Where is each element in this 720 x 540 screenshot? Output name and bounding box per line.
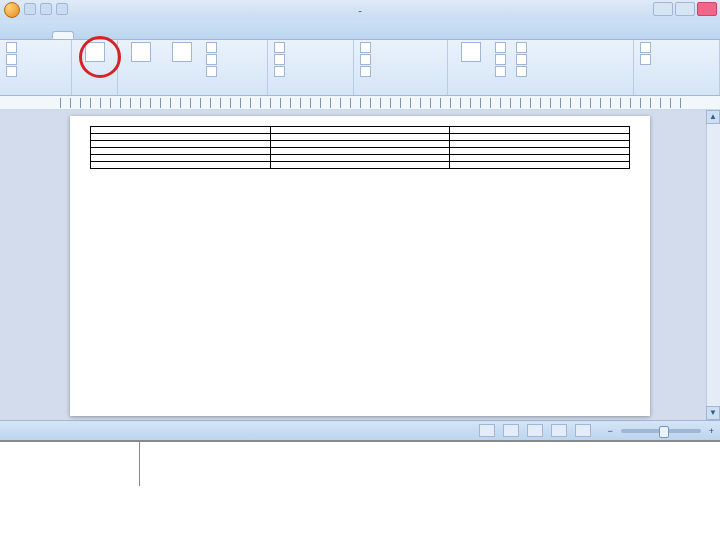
view-print-layout-button[interactable] (479, 424, 495, 437)
picture-icon (131, 42, 151, 62)
view-draft-button[interactable] (575, 424, 591, 437)
zoom-slider[interactable] (621, 429, 701, 433)
altbilgi-button[interactable] (358, 54, 443, 65)
header-icon (360, 42, 371, 53)
table-row (91, 155, 630, 162)
tab-ekle[interactable] (52, 31, 74, 39)
vertical-scrollbar[interactable] (706, 110, 720, 420)
table-row (91, 148, 630, 155)
bookmark-icon (274, 54, 285, 65)
scroll-up-button[interactable]: ▲ (706, 110, 720, 124)
group-simgeler (634, 40, 720, 95)
group-label-cizimler (122, 94, 263, 95)
table-icon (85, 42, 105, 62)
caption-box-text (140, 442, 720, 486)
qat-save-icon[interactable] (24, 3, 36, 15)
metin-kutusu-button[interactable] (452, 42, 490, 63)
quickparts-icon (495, 42, 506, 53)
group-label-sayfalar (4, 94, 67, 95)
wordart-icon (495, 54, 506, 65)
table-row (91, 141, 630, 148)
chart-icon (206, 66, 217, 77)
tarih-saat-button[interactable] (514, 54, 532, 65)
group-label-ustalt (358, 94, 443, 95)
page-break-icon (6, 66, 17, 77)
table-header[interactable] (450, 127, 630, 134)
tablo-button[interactable] (76, 42, 113, 63)
caption-box-title (0, 442, 140, 486)
minimize-button[interactable] (653, 2, 673, 16)
signature-icon (516, 42, 527, 53)
qat-redo-icon[interactable] (56, 3, 68, 15)
table-header[interactable] (270, 127, 450, 134)
clipart-icon (172, 42, 192, 62)
ustbilgi-button[interactable] (358, 42, 443, 53)
slide-title-row (0, 486, 720, 540)
hizli-parcalar-button[interactable] (493, 42, 511, 53)
window-controls (653, 2, 717, 16)
footer-icon (360, 54, 371, 65)
group-baglantilar (268, 40, 354, 95)
slide-caption-row (0, 440, 720, 486)
sayfa-sonu-button[interactable] (4, 66, 67, 77)
imza-satiri-button[interactable] (514, 42, 532, 53)
tab-sayfa-duzeni[interactable] (76, 33, 96, 39)
status-bar: − + (0, 420, 720, 440)
baslangici-buyut-button[interactable] (493, 66, 511, 77)
group-ustalt (354, 40, 448, 95)
title-bar: - (0, 0, 720, 20)
student-table[interactable] (90, 126, 630, 169)
kucuk-resim-button[interactable] (163, 42, 201, 63)
group-cizimler (118, 40, 268, 95)
zoom-in-button[interactable]: + (709, 426, 714, 436)
maximize-button[interactable] (675, 2, 695, 16)
view-web-layout-button[interactable] (527, 424, 543, 437)
close-button[interactable] (697, 2, 717, 16)
denklem-button[interactable] (638, 42, 715, 53)
capraz-basvuru-button[interactable] (272, 66, 349, 77)
smartart-button[interactable] (204, 54, 222, 65)
page[interactable] (70, 116, 650, 416)
textbox-icon (461, 42, 481, 62)
resim-button[interactable] (122, 42, 160, 63)
kapak-sayfasi-button[interactable] (4, 42, 67, 53)
pagenum-icon (360, 66, 371, 77)
tab-gorunum[interactable] (164, 33, 184, 39)
nesne-button[interactable] (514, 66, 532, 77)
dropcap-icon (495, 66, 506, 77)
office-button[interactable] (4, 2, 20, 18)
document-area: ▲ ▼ (0, 110, 720, 420)
tab-postalar[interactable] (120, 33, 140, 39)
sekiller-button[interactable] (204, 42, 222, 53)
wordart-button[interactable] (493, 54, 511, 65)
sayfa-numarasi-button[interactable] (358, 66, 443, 77)
tab-basvurular[interactable] (98, 33, 118, 39)
tab-gozden-gecir[interactable] (142, 33, 162, 39)
crossref-icon (274, 66, 285, 77)
kopru-button[interactable] (272, 42, 349, 53)
group-label-metin (452, 94, 629, 95)
group-metin (448, 40, 634, 95)
shapes-icon (206, 42, 217, 53)
table-row (91, 134, 630, 141)
symbol-icon (640, 54, 651, 65)
bos-sayfa-button[interactable] (4, 54, 67, 65)
zoom-out-button[interactable]: − (607, 426, 612, 436)
simge-button[interactable] (638, 54, 715, 65)
hyperlink-icon (274, 42, 285, 53)
ribbon (0, 40, 720, 96)
view-full-screen-button[interactable] (503, 424, 519, 437)
horizontal-ruler[interactable] (0, 96, 720, 110)
tab-giris[interactable] (30, 33, 50, 39)
grafik-button[interactable] (204, 66, 222, 77)
group-tablolar (72, 40, 118, 95)
equation-icon (640, 42, 651, 53)
table-header-row (91, 127, 630, 134)
yer-isareti-button[interactable] (272, 54, 349, 65)
qat-undo-icon[interactable] (40, 3, 52, 15)
quick-access-toolbar (24, 3, 68, 15)
scroll-down-button[interactable]: ▼ (706, 406, 720, 420)
table-header[interactable] (91, 127, 271, 134)
table-row (91, 162, 630, 169)
view-outline-button[interactable] (551, 424, 567, 437)
